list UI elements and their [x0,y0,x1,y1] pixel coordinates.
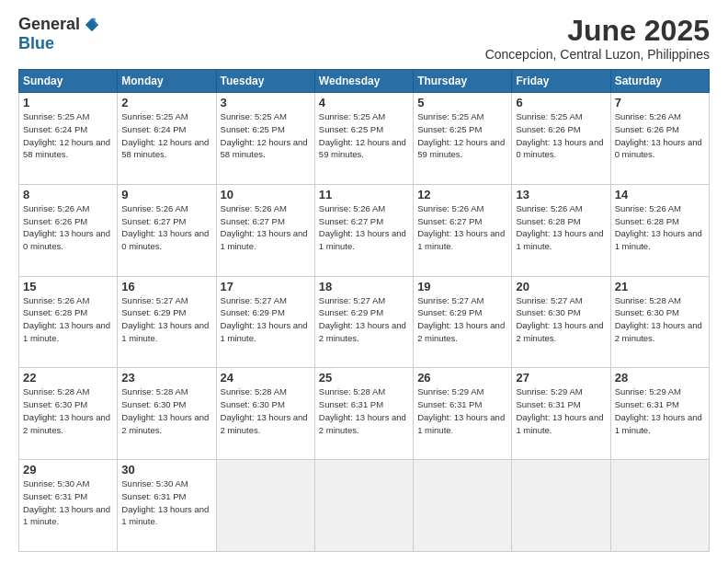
day-info: Sunrise: 5:26 AM Sunset: 6:28 PM Dayligh… [516,202,606,253]
col-thursday: Thursday [414,70,512,93]
calendar-cell: 9 Sunrise: 5:26 AM Sunset: 6:27 PM Dayli… [118,184,216,276]
day-number: 24 [221,371,311,385]
calendar-table: Sunday Monday Tuesday Wednesday Thursday… [18,69,710,552]
calendar-cell: 6 Sunrise: 5:25 AM Sunset: 6:26 PM Dayli… [512,93,610,185]
day-number: 25 [319,371,409,385]
calendar-cell: 28 Sunrise: 5:29 AM Sunset: 6:31 PM Dayl… [610,368,709,460]
day-number: 8 [23,188,113,201]
calendar-cell: 29 Sunrise: 5:30 AM Sunset: 6:31 PM Dayl… [19,460,118,552]
calendar-cell: 16 Sunrise: 5:27 AM Sunset: 6:29 PM Dayl… [118,276,216,368]
calendar-cell: 14 Sunrise: 5:26 AM Sunset: 6:28 PM Dayl… [610,184,709,276]
day-number: 23 [121,371,211,385]
day-number: 11 [319,188,409,201]
calendar-cell: 22 Sunrise: 5:28 AM Sunset: 6:30 PM Dayl… [19,368,118,460]
calendar-cell [314,460,413,552]
day-info: Sunrise: 5:28 AM Sunset: 6:30 PM Dayligh… [615,294,705,345]
day-info: Sunrise: 5:26 AM Sunset: 6:27 PM Dayligh… [417,202,507,253]
day-info: Sunrise: 5:26 AM Sunset: 6:28 PM Dayligh… [23,294,113,345]
day-info: Sunrise: 5:29 AM Sunset: 6:31 PM Dayligh… [615,385,705,436]
page-header: General Blue June 2025 Concepcion, Centr… [18,15,710,62]
day-number: 2 [121,96,211,109]
day-number: 30 [121,463,211,477]
day-info: Sunrise: 5:27 AM Sunset: 6:30 PM Dayligh… [516,294,606,345]
calendar-cell: 17 Sunrise: 5:27 AM Sunset: 6:29 PM Dayl… [216,276,314,368]
day-number: 4 [319,96,409,109]
calendar-cell: 3 Sunrise: 5:25 AM Sunset: 6:25 PM Dayli… [216,93,314,185]
day-number: 16 [121,280,211,293]
day-number: 5 [417,96,507,109]
day-info: Sunrise: 5:27 AM Sunset: 6:29 PM Dayligh… [221,294,311,345]
day-number: 14 [615,188,705,201]
calendar-cell: 25 Sunrise: 5:28 AM Sunset: 6:31 PM Dayl… [314,368,413,460]
month-title: June 2025 [485,15,710,47]
calendar-cell: 12 Sunrise: 5:26 AM Sunset: 6:27 PM Dayl… [414,184,512,276]
calendar-cell: 11 Sunrise: 5:26 AM Sunset: 6:27 PM Dayl… [314,184,413,276]
day-number: 18 [319,280,409,293]
calendar-cell [414,460,512,552]
day-info: Sunrise: 5:28 AM Sunset: 6:31 PM Dayligh… [319,385,409,436]
day-info: Sunrise: 5:26 AM Sunset: 6:27 PM Dayligh… [221,202,311,253]
day-number: 19 [417,280,507,293]
day-number: 13 [516,188,606,201]
day-info: Sunrise: 5:29 AM Sunset: 6:31 PM Dayligh… [516,385,606,436]
day-info: Sunrise: 5:25 AM Sunset: 6:24 PM Dayligh… [23,110,113,161]
calendar-cell: 7 Sunrise: 5:26 AM Sunset: 6:26 PM Dayli… [610,93,709,185]
calendar-cell: 15 Sunrise: 5:26 AM Sunset: 6:28 PM Dayl… [19,276,118,368]
day-number: 7 [615,96,705,109]
col-wednesday: Wednesday [314,70,413,93]
calendar-cell [512,460,610,552]
calendar-cell: 10 Sunrise: 5:26 AM Sunset: 6:27 PM Dayl… [216,184,314,276]
day-number: 3 [221,96,311,109]
day-info: Sunrise: 5:25 AM Sunset: 6:25 PM Dayligh… [417,110,507,161]
day-number: 6 [516,96,606,109]
day-number: 15 [23,280,113,293]
col-sunday: Sunday [19,70,118,93]
day-info: Sunrise: 5:27 AM Sunset: 6:29 PM Dayligh… [319,294,409,345]
calendar-week-5: 29 Sunrise: 5:30 AM Sunset: 6:31 PM Dayl… [19,460,710,552]
day-number: 12 [417,188,507,201]
day-info: Sunrise: 5:25 AM Sunset: 6:25 PM Dayligh… [221,110,311,161]
day-number: 29 [23,463,113,477]
logo-blue: Blue [18,34,54,53]
calendar-cell: 2 Sunrise: 5:25 AM Sunset: 6:24 PM Dayli… [118,93,216,185]
day-info: Sunrise: 5:25 AM Sunset: 6:25 PM Dayligh… [319,110,409,161]
day-info: Sunrise: 5:26 AM Sunset: 6:26 PM Dayligh… [23,202,113,253]
calendar-cell: 13 Sunrise: 5:26 AM Sunset: 6:28 PM Dayl… [512,184,610,276]
calendar-week-3: 15 Sunrise: 5:26 AM Sunset: 6:28 PM Dayl… [19,276,710,368]
logo-icon [84,17,100,33]
calendar-week-1: 1 Sunrise: 5:25 AM Sunset: 6:24 PM Dayli… [19,93,710,185]
calendar-cell: 20 Sunrise: 5:27 AM Sunset: 6:30 PM Dayl… [512,276,610,368]
calendar-cell: 8 Sunrise: 5:26 AM Sunset: 6:26 PM Dayli… [19,184,118,276]
day-info: Sunrise: 5:28 AM Sunset: 6:30 PM Dayligh… [221,385,311,436]
calendar-week-4: 22 Sunrise: 5:28 AM Sunset: 6:30 PM Dayl… [19,368,710,460]
col-monday: Monday [118,70,216,93]
col-saturday: Saturday [610,70,709,93]
col-friday: Friday [512,70,610,93]
header-right: June 2025 Concepcion, Central Luzon, Phi… [485,15,710,62]
calendar-cell: 27 Sunrise: 5:29 AM Sunset: 6:31 PM Dayl… [512,368,610,460]
day-info: Sunrise: 5:30 AM Sunset: 6:31 PM Dayligh… [23,477,113,528]
location-title: Concepcion, Central Luzon, Philippines [485,47,710,62]
day-info: Sunrise: 5:28 AM Sunset: 6:30 PM Dayligh… [23,385,113,436]
calendar-cell: 26 Sunrise: 5:29 AM Sunset: 6:31 PM Dayl… [414,368,512,460]
col-tuesday: Tuesday [216,70,314,93]
day-number: 26 [417,371,507,385]
day-info: Sunrise: 5:27 AM Sunset: 6:29 PM Dayligh… [417,294,507,345]
calendar-header-row: Sunday Monday Tuesday Wednesday Thursday… [19,70,710,93]
day-number: 28 [615,371,705,385]
day-info: Sunrise: 5:26 AM Sunset: 6:28 PM Dayligh… [615,202,705,253]
logo-general: General [18,15,80,34]
day-number: 22 [23,371,113,385]
calendar-cell [610,460,709,552]
calendar-cell: 19 Sunrise: 5:27 AM Sunset: 6:29 PM Dayl… [414,276,512,368]
calendar-cell: 18 Sunrise: 5:27 AM Sunset: 6:29 PM Dayl… [314,276,413,368]
day-info: Sunrise: 5:25 AM Sunset: 6:24 PM Dayligh… [121,110,211,161]
day-number: 9 [121,188,211,201]
day-info: Sunrise: 5:27 AM Sunset: 6:29 PM Dayligh… [121,294,211,345]
calendar-cell: 23 Sunrise: 5:28 AM Sunset: 6:30 PM Dayl… [118,368,216,460]
calendar-cell: 30 Sunrise: 5:30 AM Sunset: 6:31 PM Dayl… [118,460,216,552]
day-number: 27 [516,371,606,385]
calendar-week-2: 8 Sunrise: 5:26 AM Sunset: 6:26 PM Dayli… [19,184,710,276]
day-info: Sunrise: 5:26 AM Sunset: 6:26 PM Dayligh… [615,110,705,161]
calendar-cell: 4 Sunrise: 5:25 AM Sunset: 6:25 PM Dayli… [314,93,413,185]
